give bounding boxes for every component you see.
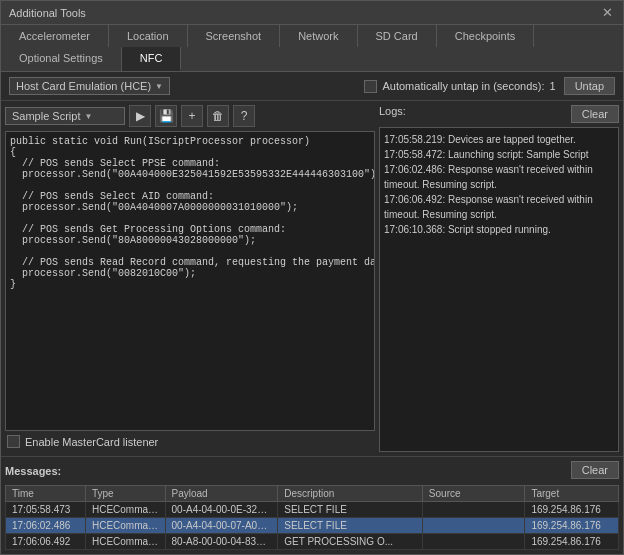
col-description: Description [278,486,423,502]
save-icon: 💾 [159,109,174,123]
messages-header: Messages: Clear [5,461,619,481]
script-code-area[interactable]: public static void Run(IScriptProcessor … [5,131,375,431]
add-button[interactable]: + [181,105,203,127]
cell-target: 169.254.86.176 [525,534,619,550]
cell-target: 169.254.86.176 [525,502,619,518]
messages-table-header: Time Type Payload Description Source Tar… [6,486,619,502]
title-bar: Additional Tools ✕ [1,1,623,25]
tab-location[interactable]: Location [109,25,188,47]
logs-label: Logs: [379,105,406,117]
auto-untap-label: Automatically untap in (seconds): [382,80,544,92]
additional-tools-window: Additional Tools ✕ Accelerometer Locatio… [0,0,624,555]
save-button[interactable]: 💾 [155,105,177,127]
tab-optional-settings[interactable]: Optional Settings [1,47,122,71]
cell-time: 17:05:58.473 [6,502,86,518]
cell-description: GET PROCESSING O... [278,534,423,550]
host-dropdown-arrow: ▼ [155,82,163,91]
log-line-2: 17:06:02.486: Response wasn't received w… [384,162,614,192]
cell-source [422,534,525,550]
left-panel: Sample Script ▼ ▶ 💾 + 🗑 ? [5,105,375,452]
tab-network[interactable]: Network [280,25,357,47]
cell-target: 169.254.86.176 [525,518,619,534]
logs-clear-button[interactable]: Clear [571,105,619,123]
log-line-0: 17:05:58.219: Devices are tapped togethe… [384,132,614,147]
play-icon: ▶ [136,109,145,123]
cell-type: HCECommand [85,518,165,534]
help-button[interactable]: ? [233,105,255,127]
script-header: Sample Script ▼ ▶ 💾 + 🗑 ? [5,105,375,127]
logs-header-row: Logs: Clear [379,105,619,125]
host-dropdown-label: Host Card Emulation (HCE) [16,80,151,92]
col-payload: Payload [165,486,278,502]
help-icon: ? [241,109,248,123]
col-target: Target [525,486,619,502]
tab-checkpoints[interactable]: Checkpoints [437,25,535,47]
log-line-3: 17:06:06.492: Response wasn't received w… [384,192,614,222]
auto-untap-area: Automatically untap in (seconds): 1 [364,80,555,93]
tab-sdcard[interactable]: SD Card [358,25,437,47]
logs-area[interactable]: 17:05:58.219: Devices are tapped togethe… [379,127,619,452]
window-title: Additional Tools [9,7,86,19]
col-type: Type [85,486,165,502]
cell-description: SELECT FILE [278,518,423,534]
tab-nfc[interactable]: NFC [122,47,182,71]
script-dropdown-label: Sample Script [12,110,80,122]
cell-payload: 80-A8-00-00-04-83028000-00 [165,534,278,550]
cell-time: 17:06:02.486 [6,518,86,534]
log-line-4: 17:06:10.368: Script stopped running. [384,222,614,237]
cell-type: HCECommand [85,502,165,518]
table-row[interactable]: 17:05:58.473HCECommand00-A4-04-00-0E-325… [6,502,619,518]
cell-description: SELECT FILE [278,502,423,518]
enable-mastercard-label: Enable MasterCard listener [25,436,158,448]
host-toolbar: Host Card Emulation (HCE) ▼ Automaticall… [1,72,623,101]
script-dropdown-arrow: ▼ [84,112,92,121]
delete-button[interactable]: 🗑 [207,105,229,127]
auto-untap-seconds: 1 [550,80,556,92]
script-dropdown[interactable]: Sample Script ▼ [5,107,125,125]
right-panel: Logs: Clear 17:05:58.219: Devices are ta… [379,105,619,452]
cell-source [422,502,525,518]
col-source: Source [422,486,525,502]
tab-screenshot[interactable]: Screenshot [188,25,281,47]
cell-payload: 00-A4-04-00-07-A0000000031010-0... [165,518,278,534]
tab-bar: Accelerometer Location Screenshot Networ… [1,25,623,72]
host-dropdown[interactable]: Host Card Emulation (HCE) ▼ [9,77,170,95]
main-content: Sample Script ▼ ▶ 💾 + 🗑 ? [1,101,623,456]
add-icon: + [188,109,195,123]
messages-clear-button[interactable]: Clear [571,461,619,479]
tab-accelerometer[interactable]: Accelerometer [1,25,109,47]
table-row[interactable]: 17:06:02.486HCECommand00-A4-04-00-07-A00… [6,518,619,534]
enable-mastercard-checkbox[interactable] [7,435,20,448]
messages-label: Messages: [5,465,61,477]
messages-section: Messages: Clear Time Type Payload Descri… [1,456,623,554]
enable-mastercard-row: Enable MasterCard listener [5,431,375,452]
messages-table: Time Type Payload Description Source Tar… [5,485,619,550]
cell-source [422,518,525,534]
auto-untap-checkbox[interactable] [364,80,377,93]
cell-type: HCECommand [85,534,165,550]
col-time: Time [6,486,86,502]
untap-button[interactable]: Untap [564,77,615,95]
delete-icon: 🗑 [212,109,224,123]
cell-payload: 00-A4-04-00-0E-325041592E53595... [165,502,278,518]
play-button[interactable]: ▶ [129,105,151,127]
cell-time: 17:06:06.492 [6,534,86,550]
log-line-1: 17:05:58.472: Launching script: Sample S… [384,147,614,162]
close-button[interactable]: ✕ [600,5,615,20]
table-row[interactable]: 17:06:06.492HCECommand80-A8-00-00-04-830… [6,534,619,550]
